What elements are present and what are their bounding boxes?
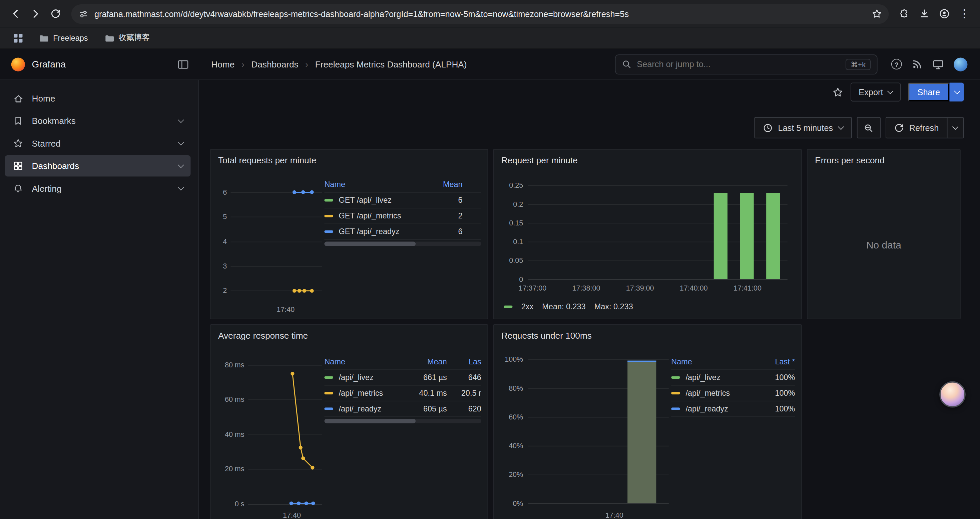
axis-baseline (528, 279, 788, 280)
series-name: /api/_livez (339, 373, 408, 382)
search-input[interactable] (637, 59, 840, 69)
rss-icon[interactable] (912, 59, 923, 69)
legend-col-name[interactable]: Name (324, 357, 408, 366)
browser-menu-icon[interactable]: ⋮ (955, 4, 974, 23)
time-range-picker[interactable]: Last 5 minutes (754, 117, 851, 139)
monitor-icon[interactable] (932, 58, 944, 70)
series-color-blue (671, 407, 680, 410)
legend-table: Name Mean Las /api/_livez 661 µs 646 /ap… (324, 355, 481, 417)
legend-row[interactable]: GET /api/_livez 6 (324, 193, 481, 208)
bookmark-folder-blogs[interactable]: 收藏博客 (99, 30, 155, 46)
search-box[interactable]: ⌘+k (615, 54, 878, 74)
scrollbar-thumb[interactable] (324, 419, 415, 423)
zoom-out-button[interactable] (857, 117, 880, 139)
refresh-button-group: Refresh (886, 117, 964, 139)
chevron-down-icon[interactable] (178, 162, 184, 168)
panel-title[interactable]: Average response time (210, 325, 487, 343)
extensions-icon[interactable] (895, 4, 914, 23)
refresh-label: Refresh (909, 123, 939, 132)
series-color-yellow (324, 215, 333, 217)
panel-title[interactable]: Requests under 100ms (494, 325, 801, 343)
bar-2xx (766, 193, 780, 279)
refresh-button[interactable]: Refresh (886, 118, 947, 137)
browser-window: ⋮ Freeleaps 收藏博客 Grafana Home › Dashboar… (0, 0, 980, 519)
downloads-icon[interactable] (915, 4, 934, 23)
panel-title[interactable]: Total requests per minute (210, 150, 487, 168)
share-dropdown-button[interactable] (949, 83, 964, 101)
x-tick: 17:40 (601, 511, 628, 519)
legend-row[interactable]: /api/_livez 661 µs 646 (324, 370, 481, 386)
floating-avatar[interactable] (939, 382, 966, 408)
site-info-icon[interactable] (79, 9, 88, 18)
reload-icon[interactable] (46, 4, 65, 23)
grid-line (248, 365, 322, 366)
panel-total-requests: Total requests per minute 6 5 4 3 2 17:4… (210, 149, 488, 319)
series-mean: 6 (424, 227, 462, 236)
legend-inline: 2xx Mean: 0.233 Max: 0.233 (504, 302, 633, 311)
legend-col-name[interactable]: Name (671, 357, 760, 366)
back-icon[interactable] (6, 4, 25, 23)
sidebar-item-dashboards[interactable]: Dashboards (5, 155, 191, 177)
legend-row[interactable]: /api/_readyz 605 µs 620 (324, 401, 481, 417)
scrollbar-thumb[interactable] (324, 242, 415, 246)
bookmark-star-icon[interactable] (869, 6, 885, 22)
breadcrumb-dashboards[interactable]: Dashboards (251, 59, 298, 69)
panel-average-response-time: Average response time 80 ms 60 ms 40 ms … (210, 324, 488, 519)
panel-request-per-minute: Request per minute 0.25 0.2 0.15 0.1 0.0… (493, 149, 802, 319)
legend-row[interactable]: GET /api/_readyz 6 (324, 224, 481, 240)
legend-scrollbar[interactable] (324, 242, 481, 246)
legend-row[interactable]: GET /api/_metrics 2 (324, 208, 481, 224)
chevron-down-icon[interactable] (178, 184, 184, 191)
legend-row[interactable]: /api/_metrics 40.1 ms 20.5 r (324, 386, 481, 401)
bookmark-folder-freeleaps[interactable]: Freeleaps (34, 30, 93, 45)
export-button[interactable]: Export (851, 83, 900, 101)
bar-2xx (714, 193, 727, 279)
series-name[interactable]: 2xx (521, 302, 533, 311)
series-mean: 40.1 ms (408, 389, 447, 398)
line-chart (231, 187, 322, 300)
user-avatar[interactable] (954, 57, 967, 71)
forward-icon[interactable] (26, 4, 45, 23)
legend-col-mean[interactable]: Mean (408, 357, 447, 366)
panel-title[interactable]: Errors per second (808, 150, 960, 168)
y-tick: 0.05 (494, 257, 523, 265)
refresh-interval-dropdown[interactable] (947, 118, 963, 137)
legend-row[interactable]: /api/_metrics 100% (671, 386, 795, 401)
legend-col-last[interactable]: Las (447, 357, 481, 366)
legend-row[interactable]: /api/_readyz 100% (671, 401, 795, 417)
chevron-down-icon[interactable] (178, 139, 184, 145)
x-tick: 17:37:00 (511, 284, 554, 292)
share-button[interactable]: Share (908, 83, 949, 101)
legend-col-mean[interactable]: Mean (424, 180, 462, 189)
panel-title[interactable]: Request per minute (494, 150, 801, 168)
sidebar-toggle-icon[interactable] (177, 59, 189, 69)
sidebar-item-bookmarks[interactable]: Bookmarks (5, 110, 191, 132)
help-icon[interactable]: ? (891, 59, 902, 69)
chevron-down-icon[interactable] (178, 117, 184, 123)
header-icons: ? (891, 57, 968, 71)
zoom-out-icon (864, 123, 873, 132)
grid-line (528, 185, 788, 186)
legend-col-name[interactable]: Name (324, 180, 424, 189)
export-label: Export (859, 87, 883, 96)
series-color-green (324, 199, 333, 201)
search-shortcut-kbd: ⌘+k (846, 58, 870, 70)
favorite-star-icon[interactable] (832, 87, 843, 97)
series-name: GET /api/_readyz (339, 227, 424, 236)
legend-header: Name Last * (671, 355, 795, 370)
sidebar-item-starred[interactable]: Starred (5, 133, 191, 154)
series-last: 100% (760, 404, 795, 413)
url-bar[interactable] (72, 4, 889, 23)
grafana-logo-icon[interactable] (11, 57, 25, 71)
sidebar-item-alerting[interactable]: Alerting (5, 178, 191, 199)
legend-col-last[interactable]: Last * (760, 357, 795, 366)
url-input[interactable] (94, 9, 869, 18)
profile-avatar-icon[interactable] (935, 4, 954, 23)
apps-grid-icon[interactable] (9, 31, 27, 45)
chevron-down-icon (838, 124, 844, 130)
sidebar-item-home[interactable]: Home (5, 88, 191, 109)
legend-row[interactable]: /api/_livez 100% (671, 370, 795, 386)
breadcrumb-home[interactable]: Home (211, 59, 234, 69)
legend-scrollbar[interactable] (324, 419, 481, 423)
series-mean: 605 µs (408, 404, 447, 413)
